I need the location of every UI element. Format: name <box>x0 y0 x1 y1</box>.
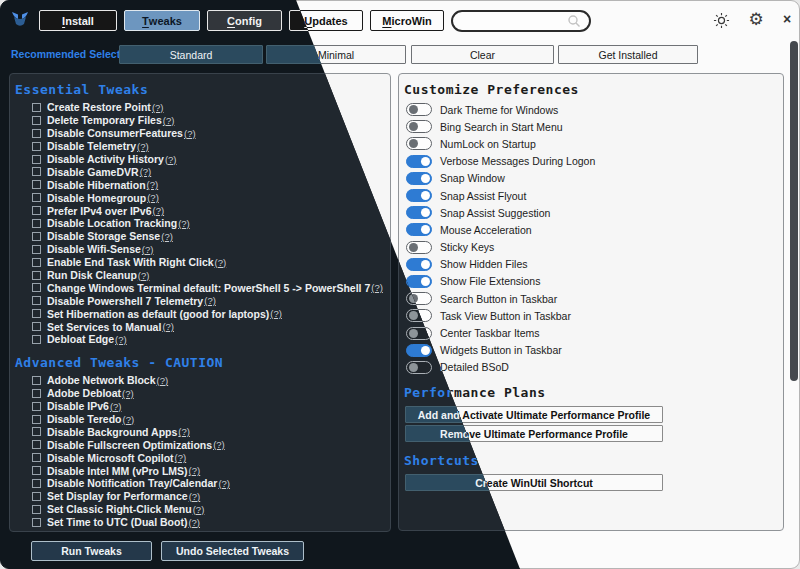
tweak-checkbox[interactable] <box>32 402 41 411</box>
tweak-checkbox[interactable] <box>32 415 41 424</box>
toggle-switch[interactable] <box>406 137 432 150</box>
toggle-switch[interactable] <box>406 275 432 288</box>
help-link[interactable]: (?) <box>137 141 149 152</box>
help-link[interactable]: (?) <box>152 102 164 113</box>
tweak-row[interactable]: Disable Fullscreen Optimizations (?) <box>10 438 390 451</box>
help-link[interactable]: (?) <box>162 321 174 332</box>
tweak-checkbox[interactable] <box>32 180 41 189</box>
help-link[interactable]: (?) <box>175 452 187 463</box>
toggle-switch[interactable] <box>406 172 432 185</box>
tweak-row[interactable]: Prefer IPv4 over IPv6 (?) <box>10 204 390 217</box>
tweak-checkbox[interactable] <box>32 206 41 215</box>
tweak-checkbox[interactable] <box>32 103 41 112</box>
window-scrollbar[interactable] <box>790 41 798 381</box>
tweak-row[interactable]: Set Services to Manual (?) <box>10 320 390 333</box>
help-link[interactable]: (?) <box>218 478 230 489</box>
help-link[interactable]: (?) <box>140 166 152 177</box>
tweak-row[interactable]: Set Hibernation as default (good for lap… <box>10 307 390 320</box>
tweak-checkbox[interactable] <box>32 167 41 176</box>
tweak-checkbox[interactable] <box>32 258 41 267</box>
toggle-switch[interactable] <box>406 361 432 374</box>
run-tweaks-button[interactable]: Run Tweaks <box>31 541 152 561</box>
tab-tweaks[interactable]: Tweaks <box>124 10 200 31</box>
tweak-checkbox[interactable] <box>32 466 41 475</box>
tweak-checkbox[interactable] <box>32 335 41 344</box>
tweak-row[interactable]: Disable Powershell 7 Telemetry (?) <box>10 294 390 307</box>
tweak-checkbox[interactable] <box>32 296 41 305</box>
theme-toggle-sun-icon[interactable] <box>712 11 730 29</box>
tab-config[interactable]: Config <box>207 10 282 31</box>
tweak-checkbox[interactable] <box>32 389 41 398</box>
toggle-switch[interactable] <box>406 206 432 219</box>
help-link[interactable]: (?) <box>204 295 216 306</box>
tweak-checkbox[interactable] <box>32 376 41 385</box>
tweak-row[interactable]: Set Classic Right-Click Menu (?) <box>10 503 390 516</box>
tweak-row[interactable]: Disable Homegroup (?) <box>10 191 390 204</box>
tweak-row[interactable]: Adobe Debloat (?) <box>10 387 390 400</box>
tweak-row[interactable]: Disable ConsumerFeatures (?) <box>10 127 390 140</box>
help-link[interactable]: (?) <box>178 426 190 437</box>
tweak-checkbox[interactable] <box>32 322 41 331</box>
tweak-row[interactable]: Adobe Network Block (?) <box>10 374 390 387</box>
tweak-checkbox[interactable] <box>32 518 41 527</box>
tweak-row[interactable]: Disable Microsoft Copilot (?) <box>10 451 390 464</box>
settings-gear-icon[interactable]: ⚙ <box>747 10 765 28</box>
tweak-checkbox[interactable] <box>32 309 41 318</box>
tweak-row[interactable]: Change Windows Terminal default: PowerSh… <box>10 281 390 294</box>
tweak-checkbox[interactable] <box>32 245 41 254</box>
help-link[interactable]: (?) <box>189 465 201 476</box>
help-link[interactable]: (?) <box>213 439 225 450</box>
clear-button[interactable]: Clear <box>411 45 554 64</box>
tweak-checkbox[interactable] <box>32 116 41 125</box>
tweak-checkbox[interactable] <box>32 505 41 514</box>
help-link[interactable]: (?) <box>165 154 177 165</box>
tweak-checkbox[interactable] <box>32 479 41 488</box>
help-link[interactable]: (?) <box>188 517 200 528</box>
help-link[interactable]: (?) <box>308 530 320 532</box>
get-installed-button[interactable]: Get Installed <box>558 45 698 64</box>
tweak-row[interactable]: Disable Hibernation (?) <box>10 178 390 191</box>
tweak-row[interactable]: Disable Notification Tray/Calendar (?) <box>10 477 390 490</box>
tweak-row[interactable]: Disable Wifi-Sense (?) <box>10 243 390 256</box>
toggle-switch[interactable] <box>406 120 432 133</box>
tweak-row[interactable]: Disable Location Tracking (?) <box>10 217 390 230</box>
toggle-switch[interactable] <box>406 344 432 357</box>
help-link[interactable]: (?) <box>123 414 135 425</box>
toggle-switch[interactable] <box>406 241 432 254</box>
tweak-checkbox[interactable] <box>32 232 41 241</box>
tweak-checkbox[interactable] <box>32 129 41 138</box>
help-link[interactable]: (?) <box>189 491 201 502</box>
help-link[interactable]: (?) <box>122 388 134 399</box>
tweak-row[interactable]: Create Restore Point (?) <box>10 101 390 114</box>
tweak-checkbox[interactable] <box>32 440 41 449</box>
tweak-row[interactable]: Disable Background Apps (?) <box>10 425 390 438</box>
close-icon[interactable]: × <box>778 10 796 28</box>
tweak-row[interactable]: Enable End Task With Right Click (?) <box>10 256 390 269</box>
tweak-row[interactable]: Set Time to UTC (Dual Boot) (?) <box>10 516 390 529</box>
tweak-checkbox[interactable] <box>32 271 41 280</box>
toggle-switch[interactable] <box>406 189 432 202</box>
help-link[interactable]: (?) <box>147 179 159 190</box>
help-link[interactable]: (?) <box>161 231 173 242</box>
help-link[interactable]: (?) <box>152 205 164 216</box>
tweak-row[interactable]: Disable Telemetry (?) <box>10 140 390 153</box>
toggle-switch[interactable] <box>406 103 432 116</box>
tweak-row[interactable]: Disable Activity History (?) <box>10 153 390 166</box>
toggle-switch[interactable] <box>406 258 432 271</box>
tweak-row[interactable]: Delete Temporary Files (?) <box>10 114 390 127</box>
tab-microwin[interactable]: MicroWin <box>370 10 444 31</box>
help-link[interactable]: (?) <box>115 334 127 345</box>
help-link[interactable]: (?) <box>178 218 190 229</box>
tweak-row[interactable]: Disable IPv6 (?) <box>10 400 390 413</box>
help-link[interactable]: (?) <box>193 504 205 515</box>
tweak-row[interactable]: Disable GameDVR (?) <box>10 165 390 178</box>
tweak-row[interactable]: Disable Intel MM (vPro LMS) (?) <box>10 464 390 477</box>
help-link[interactable]: (?) <box>371 282 383 293</box>
tweak-checkbox[interactable] <box>32 453 41 462</box>
help-link[interactable]: (?) <box>147 192 159 203</box>
help-link[interactable]: (?) <box>184 128 196 139</box>
help-link[interactable]: (?) <box>215 257 227 268</box>
help-link[interactable]: (?) <box>163 115 175 126</box>
tweak-checkbox[interactable] <box>32 283 41 292</box>
tweak-checkbox[interactable] <box>32 219 41 228</box>
